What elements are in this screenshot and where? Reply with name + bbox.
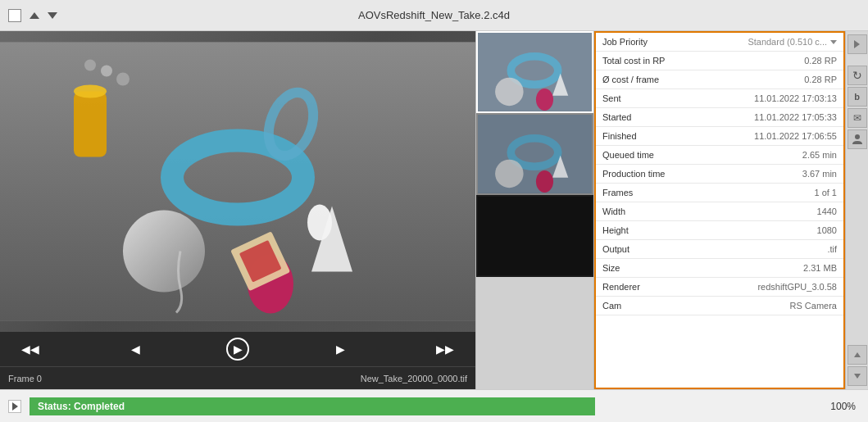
detail-label-1: Total cost in RP [596, 52, 732, 70]
detail-label-9: Width [596, 202, 732, 221]
detail-label-8: Frames [596, 184, 732, 202]
video-placeholder [0, 31, 475, 332]
sidebar-play-button[interactable] [848, 34, 867, 54]
detail-label-7: Production time [596, 165, 732, 184]
detail-value-2: 0.28 RP [732, 70, 843, 89]
detail-row-7: Production time3.67 min [596, 165, 843, 184]
detail-value-11: .tif [732, 240, 843, 259]
sidebar-mail-button[interactable]: ✉ [848, 108, 867, 128]
skip-to-end-button[interactable]: ▶▶ [431, 339, 459, 359]
scroll-up-button[interactable] [848, 345, 867, 365]
detail-row-9: Width1440 [596, 202, 843, 221]
svg-point-22 [495, 160, 524, 188]
title-checkbox[interactable] [8, 9, 21, 22]
detail-row-8: Frames1 of 1 [596, 184, 843, 202]
svg-point-25 [855, 134, 860, 139]
thumb-render-1 [478, 33, 592, 111]
detail-value-5: 11.01.2022 17:06:55 [732, 127, 843, 146]
play-button[interactable]: ▶ [226, 338, 249, 361]
play-right-icon [854, 40, 860, 48]
detail-row-11: Output.tif [596, 240, 843, 259]
title-bar: AOVsRedshift_New_Take.2.c4d [0, 0, 868, 31]
svg-rect-1 [0, 43, 475, 321]
frame-label: Frame 0 [8, 374, 42, 383]
detail-row-14: CamRS Camera [596, 297, 843, 315]
sidebar-user-button[interactable] [848, 129, 867, 149]
detail-label-14: Cam [596, 297, 732, 315]
thumb-dark [478, 197, 592, 275]
detail-value-6: 2.65 min [732, 146, 843, 165]
scroll-down-icon [854, 374, 861, 379]
detail-value-1: 0.28 RP [732, 52, 843, 70]
detail-value-3: 11.01.2022 17:03:13 [732, 89, 843, 108]
detail-row-12: Size2.31 MB [596, 259, 843, 278]
app-window: AOVsRedshift_New_Take.2.c4d [0, 0, 868, 422]
thumb-render-2 [478, 115, 592, 193]
video-footer: Frame 0 New_Take_20000_0000.tif [0, 366, 475, 389]
detail-value-10: 1080 [732, 221, 843, 240]
svg-point-19 [536, 88, 553, 111]
detail-label-6: Queued time [596, 146, 732, 165]
thumbnail-1[interactable] [476, 31, 593, 113]
thumbnail-2[interactable] [476, 113, 593, 195]
detail-label-4: Started [596, 108, 732, 127]
status-text: Status: Completed [38, 401, 125, 412]
svg-rect-15 [478, 33, 592, 111]
expand-chevron[interactable] [8, 400, 21, 413]
detail-value-8: 1 of 1 [732, 184, 843, 202]
window-title: AOVsRedshift_New_Take.2.c4d [358, 9, 510, 21]
detail-value-0[interactable]: Standard (0.510 c... [732, 33, 843, 52]
detail-row-2: Ø cost / frame0.28 RP [596, 70, 843, 89]
details-table: Job PriorityStandard (0.510 c... Total c… [596, 33, 843, 315]
svg-point-13 [307, 205, 332, 241]
status-bar: Status: Completed 100% [0, 389, 868, 422]
detail-row-13: RendererredshiftGPU_3.0.58 [596, 278, 843, 297]
scroll-down-button[interactable] [848, 366, 867, 386]
svg-point-24 [536, 170, 553, 193]
scroll-up-icon [854, 352, 861, 357]
detail-row-1: Total cost in RP0.28 RP [596, 52, 843, 70]
sidebar-refresh-button[interactable]: ↻ [848, 66, 867, 85]
thumbnail-3[interactable] [476, 195, 593, 277]
detail-label-13: Renderer [596, 278, 732, 297]
detail-row-4: Started11.01.2022 17:05:33 [596, 108, 843, 127]
priority-dropdown[interactable]: Standard (0.510 c... [748, 37, 837, 47]
skip-to-start-button[interactable]: ◀◀ [16, 339, 44, 359]
detail-label-5: Finished [596, 127, 732, 146]
detail-label-10: Height [596, 221, 732, 240]
detail-label-3: Sent [596, 89, 732, 108]
status-progress-bar: Status: Completed [30, 397, 595, 415]
detail-value-7: 3.67 min [732, 165, 843, 184]
sort-down-icon[interactable] [48, 12, 57, 19]
detail-row-3: Sent11.01.2022 17:03:13 [596, 89, 843, 108]
detail-label-11: Output [596, 240, 732, 259]
detail-value-4: 11.01.2022 17:05:33 [732, 108, 843, 127]
prev-frame-button[interactable]: ◀ [126, 339, 145, 359]
thumbnail-panel [475, 31, 594, 389]
svg-rect-20 [478, 115, 592, 193]
video-controls: ◀◀ ◀ ▶ ▶ ▶▶ [0, 332, 475, 366]
detail-label-0: Job Priority [596, 33, 732, 52]
svg-rect-6 [74, 92, 107, 157]
detail-label-2: Ø cost / frame [596, 70, 732, 89]
sort-up-icon[interactable] [30, 12, 39, 19]
main-content: ◀◀ ◀ ▶ ▶ ▶▶ Frame 0 New_Take_20000_0000.… [0, 31, 868, 389]
chevron-right-icon [12, 402, 18, 411]
svg-point-3 [123, 211, 205, 293]
title-bar-left [8, 9, 57, 22]
detail-label-12: Size [596, 259, 732, 278]
detail-row-6: Queued time2.65 min [596, 146, 843, 165]
detail-value-9: 1440 [732, 202, 843, 221]
svg-point-8 [116, 73, 130, 86]
chevron-down-icon [830, 40, 837, 44]
job-details-panel[interactable]: Job PriorityStandard (0.510 c... Total c… [594, 31, 845, 389]
sidebar-b-button[interactable]: b [848, 87, 867, 107]
detail-row-5: Finished11.01.2022 17:06:55 [596, 127, 843, 146]
svg-point-9 [101, 66, 112, 77]
video-area [0, 31, 475, 332]
next-frame-button[interactable]: ▶ [331, 339, 350, 359]
detail-value-13: redshiftGPU_3.0.58 [732, 278, 843, 297]
detail-value-12: 2.31 MB [732, 259, 843, 278]
detail-row-10: Height1080 [596, 221, 843, 240]
filename-label: New_Take_20000_0000.tif [361, 374, 467, 383]
